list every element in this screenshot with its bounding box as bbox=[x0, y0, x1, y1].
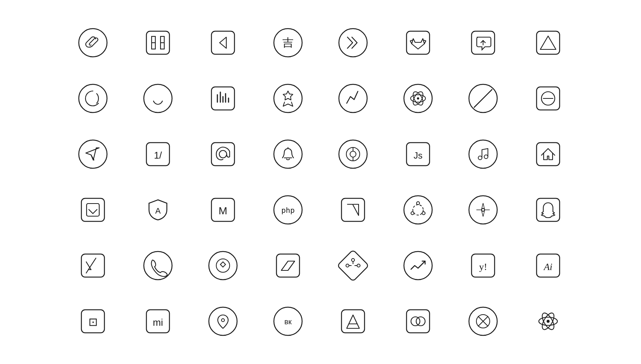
svg-text:mi: mi bbox=[153, 317, 163, 328]
chat-arrow-square-icon[interactable] bbox=[466, 26, 500, 59]
pin-circle-icon[interactable] bbox=[206, 305, 240, 338]
at-square-icon[interactable] bbox=[206, 137, 240, 171]
svg-rect-40 bbox=[211, 143, 234, 166]
svg-rect-75 bbox=[81, 254, 104, 277]
svg-marker-15 bbox=[540, 36, 556, 49]
svg-point-87 bbox=[352, 259, 355, 261]
ai-square-icon[interactable]: Ai bbox=[531, 249, 565, 282]
svg-text:вк: вк bbox=[284, 318, 292, 326]
svg-text:A: A bbox=[155, 206, 161, 215]
bell-circle-icon[interactable] bbox=[271, 137, 305, 171]
send-circle-icon[interactable] bbox=[76, 137, 110, 171]
svg-point-108 bbox=[411, 317, 420, 326]
svg-point-115 bbox=[547, 320, 550, 323]
react-star-icon[interactable] bbox=[531, 305, 565, 338]
svg-point-16 bbox=[79, 84, 107, 113]
svg-text:⊡: ⊡ bbox=[88, 316, 98, 328]
svg-point-36 bbox=[79, 140, 107, 168]
atom-circle-icon[interactable] bbox=[401, 82, 435, 115]
svg-point-42 bbox=[274, 140, 302, 168]
trending-circle-icon[interactable] bbox=[401, 249, 435, 282]
svg-point-91 bbox=[404, 251, 432, 280]
svg-marker-105 bbox=[347, 315, 359, 328]
gdrive-square-icon[interactable] bbox=[531, 26, 565, 59]
svg-point-0 bbox=[79, 29, 107, 57]
phone-circle-icon[interactable] bbox=[141, 249, 175, 282]
svg-point-17 bbox=[144, 84, 172, 113]
svg-point-63 bbox=[404, 196, 432, 224]
git-diamond-icon[interactable] bbox=[336, 249, 370, 282]
medium-square-icon[interactable]: M bbox=[206, 193, 240, 227]
svg-text:M: M bbox=[218, 205, 227, 217]
blocked-square-icon[interactable] bbox=[531, 82, 565, 115]
yahoo-square-icon[interactable]: y! bbox=[466, 249, 500, 282]
home-square-icon[interactable] bbox=[531, 137, 565, 171]
arweave-square-icon[interactable] bbox=[336, 305, 370, 338]
svg-point-81 bbox=[216, 259, 230, 272]
svg-marker-70 bbox=[482, 203, 485, 209]
double-chevron-circle-icon[interactable] bbox=[336, 26, 370, 59]
badge-circle-icon[interactable] bbox=[271, 82, 305, 115]
target-circle-icon[interactable] bbox=[336, 137, 370, 171]
bandcamp-square-icon[interactable] bbox=[271, 249, 305, 282]
svg-line-76 bbox=[86, 262, 91, 270]
xing-square-icon[interactable] bbox=[76, 249, 110, 282]
notion-square-icon[interactable] bbox=[336, 193, 370, 227]
svg-line-53 bbox=[482, 149, 488, 150]
svg-point-48 bbox=[469, 140, 497, 168]
opera-circle-icon[interactable] bbox=[76, 82, 110, 115]
svg-text:Js: Js bbox=[414, 150, 423, 160]
svg-point-86 bbox=[357, 264, 360, 267]
svg-rect-84 bbox=[337, 250, 369, 282]
antenna-circle-icon[interactable] bbox=[336, 82, 370, 115]
svg-point-65 bbox=[417, 202, 420, 205]
paperclip-circle-icon[interactable] bbox=[76, 26, 110, 59]
compass-circle-icon[interactable] bbox=[466, 193, 500, 227]
mi-square-icon[interactable]: mi bbox=[141, 305, 175, 338]
svg-rect-62 bbox=[341, 198, 365, 221]
svg-point-50 bbox=[484, 155, 488, 159]
svg-point-30 bbox=[417, 97, 419, 100]
svg-line-32 bbox=[474, 90, 492, 107]
equalizer-square-icon[interactable] bbox=[206, 82, 240, 115]
p-square-icon[interactable]: ⊡ bbox=[76, 305, 110, 338]
svg-rect-6 bbox=[211, 31, 234, 54]
svg-text:php: php bbox=[281, 206, 295, 215]
svg-marker-71 bbox=[482, 211, 485, 217]
svg-point-79 bbox=[144, 251, 172, 280]
svg-text:Ai: Ai bbox=[543, 261, 552, 272]
php-circle-icon[interactable]: php bbox=[271, 193, 305, 227]
svg-point-66 bbox=[411, 212, 414, 215]
pocket-square-icon[interactable] bbox=[76, 193, 110, 227]
snapchat-square-icon[interactable] bbox=[531, 193, 565, 227]
svg-text:1/: 1/ bbox=[154, 150, 162, 161]
svg-line-77 bbox=[86, 258, 96, 273]
smile-circle-icon[interactable] bbox=[141, 82, 175, 115]
svg-marker-83 bbox=[281, 261, 295, 270]
svg-point-43 bbox=[339, 140, 367, 168]
number-square-icon[interactable]: 1/ bbox=[141, 137, 175, 171]
mastercard-square-icon[interactable] bbox=[401, 305, 435, 338]
japanese-circle-icon[interactable]: 吉 bbox=[271, 26, 305, 59]
angular-shield-icon[interactable]: A bbox=[141, 193, 175, 227]
svg-point-80 bbox=[209, 251, 237, 280]
openstreetmap-circle-icon[interactable] bbox=[466, 305, 500, 338]
svg-rect-56 bbox=[87, 204, 99, 216]
slash-circle-icon[interactable] bbox=[466, 82, 500, 115]
svg-point-101 bbox=[221, 319, 224, 322]
play-left-square-icon[interactable] bbox=[206, 26, 240, 59]
svg-rect-1 bbox=[146, 31, 169, 54]
svg-text:吉: 吉 bbox=[282, 36, 294, 49]
svg-rect-104 bbox=[341, 310, 365, 333]
svg-marker-7 bbox=[220, 37, 226, 48]
music-circle-icon[interactable] bbox=[466, 137, 500, 171]
svg-point-67 bbox=[422, 212, 425, 215]
fox-square-icon[interactable] bbox=[401, 26, 435, 59]
building-square-icon[interactable] bbox=[141, 26, 175, 59]
vk-circle-icon[interactable]: вк bbox=[271, 305, 305, 338]
js-square-icon[interactable]: Js bbox=[401, 137, 435, 171]
mapbox-circle-icon[interactable] bbox=[206, 249, 240, 282]
ubuntu-circle-icon[interactable] bbox=[401, 193, 435, 227]
svg-text:y!: y! bbox=[479, 261, 487, 272]
icon-grid: 吉 bbox=[61, 15, 581, 349]
